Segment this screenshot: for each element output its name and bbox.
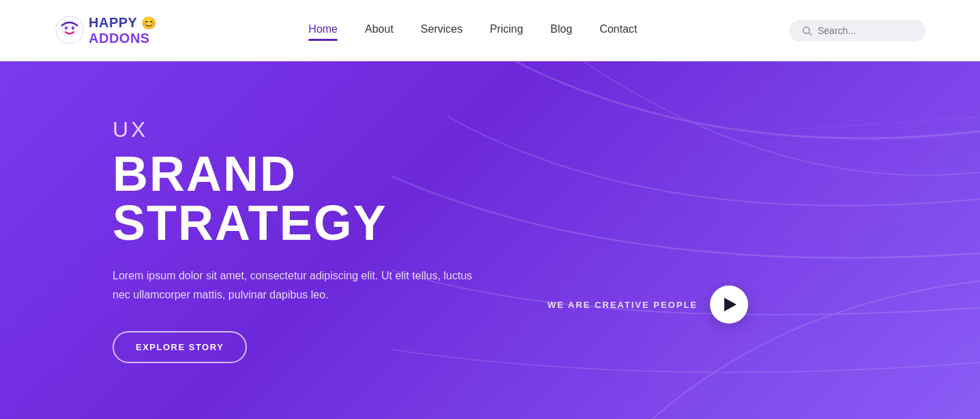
nav-item-services[interactable]: Services <box>421 23 462 38</box>
logo-line2: ADDONS <box>89 31 157 46</box>
nav-item-contact[interactable]: Contact <box>599 23 637 38</box>
main-nav: Home About Services Pricing Blog Contact <box>308 23 637 38</box>
search-input[interactable] <box>818 25 913 36</box>
logo-icon <box>55 15 85 45</box>
play-icon <box>724 298 737 311</box>
svg-line-5 <box>809 33 812 35</box>
nav-item-home[interactable]: Home <box>308 23 338 38</box>
explore-story-button[interactable]: EXPLORE STORY <box>113 331 247 363</box>
nav-item-blog[interactable]: Blog <box>550 23 572 38</box>
header: HAPPY 😊 ADDONS Home About Services Prici… <box>0 0 980 61</box>
hero-subtitle: UX <box>113 117 511 142</box>
play-button[interactable] <box>710 285 748 324</box>
svg-point-3 <box>72 27 74 30</box>
logo-text: HAPPY 😊 ADDONS <box>89 15 157 46</box>
video-cta-label: WE ARE CREATIVE PEOPLE <box>548 300 698 310</box>
hero-description: Lorem ipsum dolor sit amet, consectetur … <box>113 266 474 303</box>
nav-item-about[interactable]: About <box>365 23 394 38</box>
hero-video-cta: WE ARE CREATIVE PEOPLE <box>548 285 748 324</box>
hero-section: UX BRAND STRATEGY Lorem ipsum dolor sit … <box>0 61 980 419</box>
hero-content: UX BRAND STRATEGY Lorem ipsum dolor sit … <box>0 117 511 362</box>
svg-point-2 <box>65 27 68 30</box>
search-bar[interactable] <box>789 20 925 42</box>
logo-line1: HAPPY 😊 <box>89 15 157 31</box>
nav-item-pricing[interactable]: Pricing <box>490 23 523 38</box>
search-icon <box>801 25 812 36</box>
logo[interactable]: HAPPY 😊 ADDONS <box>55 15 157 46</box>
hero-title: BRAND STRATEGY <box>113 149 511 247</box>
